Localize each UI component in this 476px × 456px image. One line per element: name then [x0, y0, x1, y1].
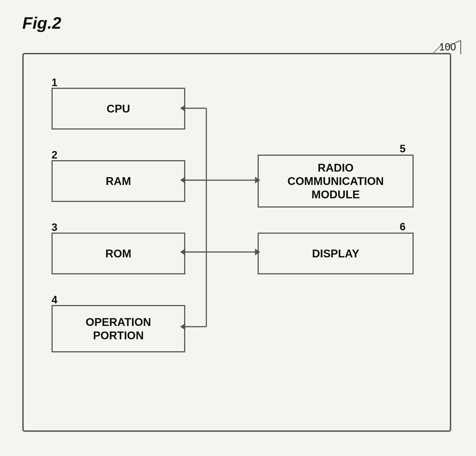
ref-label-6: 6 [400, 221, 406, 233]
cpu-label: CPU [107, 102, 130, 115]
page: Fig.2 100 1 2 3 4 5 6 CPU RAM ROM OPERAT… [0, 0, 476, 456]
figure-title: Fig.2 [22, 13, 61, 33]
ref-label-5: 5 [400, 143, 406, 155]
svg-line-13 [445, 40, 461, 47]
display-label: DISPLAY [312, 247, 359, 260]
ref-label-4: 4 [52, 294, 57, 306]
rom-box: ROM [52, 233, 185, 274]
ref-100-bracket [429, 39, 462, 56]
ref-label-1: 1 [52, 77, 57, 89]
system-box: 1 2 3 4 5 6 CPU RAM ROM OPERATION PORTIO… [22, 53, 451, 432]
ref-label-3: 3 [52, 221, 57, 233]
rom-label: ROM [105, 247, 131, 260]
operation-portion-box: OPERATION PORTION [52, 305, 185, 352]
operation-label: OPERATION PORTION [86, 315, 151, 342]
display-box: DISPLAY [258, 233, 414, 274]
radio-communication-module-box: RADIO COMMUNICATION MODULE [258, 155, 414, 208]
cpu-box: CPU [52, 88, 185, 130]
ref-label-2: 2 [52, 149, 57, 161]
ram-label: RAM [106, 174, 131, 188]
radio-label: RADIO COMMUNICATION MODULE [287, 161, 384, 201]
ram-box: RAM [52, 160, 185, 202]
